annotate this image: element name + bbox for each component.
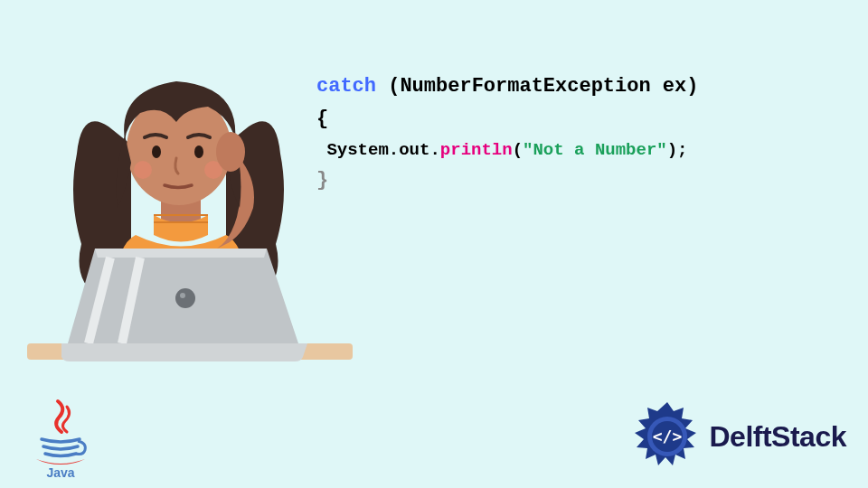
java-label-text: Java <box>46 465 74 479</box>
paren-close: ); <box>667 140 688 160</box>
code-snippet: catch (NumberFormatException ex) { Syste… <box>316 70 698 197</box>
keyword-catch: catch <box>316 75 376 98</box>
svg-text:</>: </> <box>652 427 682 446</box>
catch-params: (NumberFormatException ex) <box>376 75 698 98</box>
svg-point-9 <box>180 293 185 298</box>
code-line-3: System.out.println("Not a Number"); <box>316 136 698 164</box>
system-out: System.out. <box>316 140 440 160</box>
delftstack-label: DelftStack <box>710 420 847 454</box>
open-brace: { <box>316 103 698 136</box>
svg-point-8 <box>175 288 195 308</box>
code-line-1: catch (NumberFormatException ex) <box>316 70 698 103</box>
string-literal: "Not a Number" <box>523 140 667 160</box>
java-logo: Java <box>29 398 92 479</box>
svg-point-3 <box>152 145 161 158</box>
woman-laptop-illustration <box>27 54 353 389</box>
delftstack-logo: </> DelftStack <box>630 399 847 474</box>
method-println: println <box>440 140 513 160</box>
svg-point-7 <box>216 132 245 172</box>
delftstack-emblem-icon: </> <box>630 399 704 474</box>
svg-point-5 <box>134 161 152 179</box>
close-brace: } <box>316 164 698 197</box>
paren-open: ( <box>513 140 523 160</box>
svg-point-4 <box>194 145 203 158</box>
